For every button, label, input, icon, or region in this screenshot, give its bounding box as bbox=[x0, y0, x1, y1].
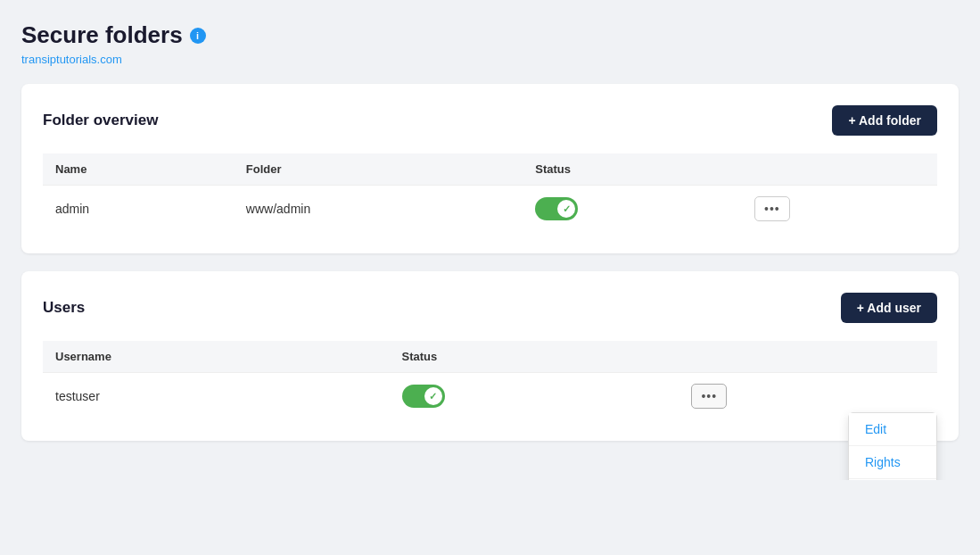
folder-status-toggle[interactable]: ✓ bbox=[535, 197, 578, 220]
folder-path: www/admin bbox=[234, 186, 523, 233]
users-section-title: Users bbox=[43, 299, 85, 317]
page-header: Secure folders i transiptutorials.com bbox=[21, 21, 959, 66]
rights-menu-item[interactable]: Rights bbox=[849, 445, 936, 478]
folder-status: ✓ bbox=[523, 186, 742, 233]
user-status-toggle[interactable]: ✓ bbox=[402, 385, 445, 408]
folder-name: admin bbox=[43, 186, 234, 233]
users-card: Users + Add user Username Status testuse… bbox=[21, 271, 959, 441]
folder-card-header: Folder overview + Add folder bbox=[43, 105, 937, 136]
title-text: Secure folders bbox=[21, 21, 183, 49]
col-name: Name bbox=[43, 153, 234, 186]
user-action-cell: ••• Edit Rights Delete bbox=[679, 373, 937, 420]
page-title: Secure folders i bbox=[21, 21, 959, 49]
add-folder-button[interactable]: + Add folder bbox=[832, 105, 937, 136]
user-dropdown-menu: Edit Rights Delete bbox=[848, 412, 937, 480]
folder-overview-card: Folder overview + Add folder Name Folder… bbox=[21, 84, 959, 253]
col-folder: Folder bbox=[234, 153, 523, 186]
check-icon: ✓ bbox=[563, 203, 571, 215]
users-table-head: Username Status bbox=[43, 341, 937, 373]
user-name: testuser bbox=[43, 373, 390, 420]
users-table-body: testuser ✓ ••• Edit Rights Del bbox=[43, 373, 937, 420]
users-card-header: Users + Add user bbox=[43, 293, 937, 323]
add-user-button[interactable]: + Add user bbox=[841, 293, 937, 323]
check-icon: ✓ bbox=[429, 391, 437, 402]
folder-table: Name Folder Status admin www/admin ✓ bbox=[43, 153, 937, 232]
table-row: testuser ✓ ••• Edit Rights Del bbox=[43, 373, 937, 420]
toggle-knob: ✓ bbox=[424, 387, 442, 405]
folder-dots-button[interactable]: ••• bbox=[754, 196, 790, 221]
toggle-knob: ✓ bbox=[557, 200, 575, 218]
table-row: admin www/admin ✓ ••• bbox=[43, 186, 937, 233]
folder-action-cell: ••• bbox=[742, 186, 937, 233]
folder-table-body: admin www/admin ✓ ••• bbox=[43, 186, 937, 233]
folder-table-head: Name Folder Status bbox=[43, 153, 937, 186]
col-user-status: Status bbox=[390, 341, 679, 373]
user-dots-button[interactable]: ••• bbox=[691, 384, 727, 409]
delete-menu-item[interactable]: Delete bbox=[849, 478, 936, 480]
domain-link[interactable]: transiptutorials.com bbox=[21, 53, 122, 66]
info-icon[interactable]: i bbox=[190, 28, 206, 44]
folder-section-title: Folder overview bbox=[43, 112, 158, 129]
edit-menu-item[interactable]: Edit bbox=[849, 413, 936, 445]
users-table: Username Status testuser ✓ ••• bbox=[43, 341, 937, 419]
col-status: Status bbox=[523, 153, 742, 186]
col-username: Username bbox=[43, 341, 390, 373]
user-status: ✓ bbox=[390, 373, 679, 420]
